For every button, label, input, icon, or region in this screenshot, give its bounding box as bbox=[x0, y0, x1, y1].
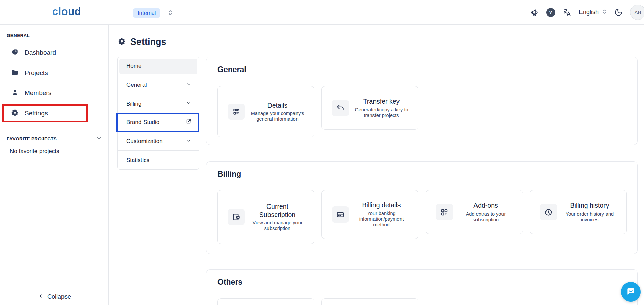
card-title: Billing history bbox=[570, 201, 609, 210]
page-title: Settings bbox=[130, 37, 166, 47]
sidebar-item-label: Members bbox=[25, 89, 51, 97]
app-logo[interactable]: cloud bbox=[52, 6, 81, 18]
nav-label: Home bbox=[126, 63, 141, 70]
sidebar-section-general: GENERAL bbox=[7, 33, 30, 38]
user-avatar[interactable]: AB bbox=[630, 5, 644, 20]
card-description: View and manage your subscription bbox=[249, 220, 306, 231]
card-billing-history[interactable]: Billing history Your order history and i… bbox=[530, 190, 627, 234]
section-title: Billing bbox=[217, 170, 241, 179]
section-others: Others bbox=[206, 269, 638, 305]
nav-label: Statistics bbox=[126, 157, 149, 164]
folder-icon bbox=[11, 68, 19, 78]
card-add-ons[interactable]: Add-ons Add extras to your subscription bbox=[426, 190, 523, 234]
favorites-empty-text: No favorite projects bbox=[10, 148, 59, 155]
announcements-icon[interactable] bbox=[530, 8, 539, 17]
card-current-subscription[interactable]: Current Subscription View and manage you… bbox=[217, 190, 314, 244]
card-title: Transfer key bbox=[363, 97, 400, 105]
help-icon[interactable]: ? bbox=[546, 8, 555, 17]
wallet-icon bbox=[228, 209, 245, 225]
page-header: Settings bbox=[118, 37, 166, 47]
settings-nav-customization[interactable]: Customization bbox=[118, 132, 199, 151]
section-title: General bbox=[217, 65, 247, 74]
nav-label: Billing bbox=[126, 101, 141, 107]
language-selector-icon[interactable] bbox=[602, 9, 607, 16]
dark-mode-icon[interactable] bbox=[614, 8, 623, 17]
chevron-down-icon bbox=[186, 100, 191, 107]
language-label[interactable]: English bbox=[579, 9, 599, 16]
section-general: General Details Manage your company's ge… bbox=[206, 57, 638, 145]
environment-badge[interactable]: Internal bbox=[133, 8, 160, 18]
chevron-down-icon bbox=[186, 138, 191, 145]
collapse-label: Collapse bbox=[47, 293, 71, 300]
sidebar-divider bbox=[7, 129, 102, 129]
settings-highlight-box bbox=[2, 104, 88, 122]
card-title: Billing details bbox=[362, 201, 401, 209]
sidebar-section-favorites[interactable]: FAVORITE PROJECTS bbox=[7, 135, 102, 142]
section-title: Others bbox=[217, 278, 242, 287]
nav-label: Customization bbox=[126, 138, 163, 145]
favorites-label: FAVORITE PROJECTS bbox=[7, 136, 57, 141]
environment-selector-icon[interactable] bbox=[168, 10, 173, 17]
card-title: Add-ons bbox=[473, 201, 498, 210]
sidebar-item-members[interactable]: Members bbox=[4, 85, 102, 101]
card-other[interactable] bbox=[321, 298, 418, 305]
card-billing-details[interactable]: Billing details Your banking information… bbox=[321, 190, 418, 239]
arrow-back-icon bbox=[332, 100, 349, 116]
main-sidebar: GENERAL Dashboard Projects Members Setti… bbox=[0, 25, 109, 305]
user-icon bbox=[11, 89, 19, 98]
top-header: cloud Internal ? English AB bbox=[0, 0, 644, 25]
card-title: Current Subscription bbox=[249, 202, 306, 219]
settings-nav-home[interactable]: Home bbox=[118, 57, 199, 76]
settings-nav-general[interactable]: General bbox=[118, 76, 199, 95]
chat-widget-button[interactable] bbox=[621, 282, 641, 302]
chevron-left-icon bbox=[38, 293, 43, 300]
sidebar-item-dashboard[interactable]: Dashboard bbox=[4, 45, 102, 61]
translate-icon[interactable] bbox=[563, 8, 571, 17]
card-description: Add extras to your subscription bbox=[458, 211, 514, 223]
chevron-down-icon bbox=[186, 82, 191, 89]
brand-studio-highlight-box bbox=[116, 113, 199, 132]
gear-icon bbox=[118, 37, 126, 47]
sidebar-item-label: Projects bbox=[25, 69, 48, 77]
card-transfer-key[interactable]: Transfer key Generated/copy a key to tra… bbox=[321, 86, 418, 130]
card-description: Manage your company's general informatio… bbox=[249, 111, 306, 122]
card-description: Your order history and invoices bbox=[561, 211, 618, 223]
credit-card-icon bbox=[332, 206, 349, 223]
settings-nav-billing[interactable]: Billing bbox=[118, 94, 199, 113]
nav-label: General bbox=[126, 82, 147, 88]
pie-chart-icon bbox=[11, 48, 19, 57]
settings-nav-statistics[interactable]: Statistics bbox=[118, 151, 199, 169]
card-title: Details bbox=[267, 101, 288, 109]
sidebar-item-projects[interactable]: Projects bbox=[4, 65, 102, 81]
chat-bubble-icon bbox=[626, 286, 636, 298]
chevron-down-icon[interactable] bbox=[96, 135, 102, 142]
card-description: Generated/copy a key to transfer project… bbox=[353, 107, 410, 118]
apps-add-icon bbox=[436, 204, 453, 220]
card-description: Your banking information/payment method bbox=[353, 211, 410, 228]
card-other[interactable] bbox=[217, 298, 314, 305]
card-details[interactable]: Details Manage your company's general in… bbox=[217, 86, 314, 137]
section-billing: Billing Current Subscription View and ma… bbox=[206, 161, 638, 254]
history-clock-icon bbox=[540, 204, 557, 220]
list-details-icon bbox=[228, 104, 245, 120]
sidebar-item-label: Dashboard bbox=[25, 49, 56, 56]
sidebar-collapse-button[interactable]: Collapse bbox=[0, 293, 109, 300]
